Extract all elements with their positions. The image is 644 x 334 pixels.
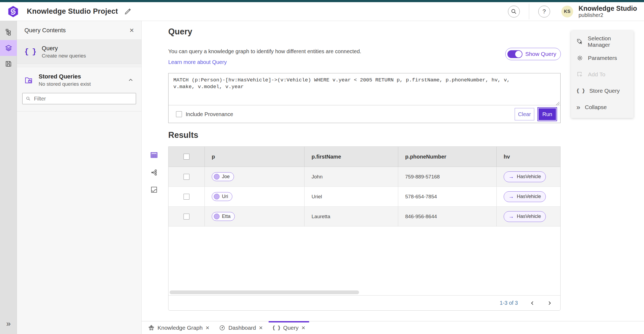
stored-queries-header[interactable]: Stored Queries No stored queries exist bbox=[17, 67, 141, 91]
menu-item-store-query[interactable]: Store Query bbox=[571, 82, 634, 99]
panel-header: Query Contents bbox=[17, 21, 141, 40]
add-to-icon bbox=[576, 71, 583, 78]
relationship-pill-label: HasVehicle bbox=[517, 174, 541, 179]
search-icon bbox=[26, 96, 31, 101]
results-view-switcher bbox=[148, 149, 160, 196]
menu-item-label: Add To bbox=[588, 71, 605, 78]
menu-item-collapse[interactable]: Collapse bbox=[571, 99, 634, 115]
selection-manager-icon bbox=[576, 38, 583, 45]
query-tools-menu: Selection Manager Parameters Add To Stor… bbox=[571, 31, 634, 118]
header-divider bbox=[529, 4, 529, 19]
rail-item-saved[interactable] bbox=[0, 56, 17, 72]
double-chevron-right-icon bbox=[6, 319, 11, 328]
knowledge-graph-icon bbox=[148, 325, 155, 331]
table-footer: 1-3 of 3 bbox=[169, 295, 560, 310]
query-workspace: Query You can query a knowledge graph to… bbox=[142, 21, 644, 321]
menu-item-parameters[interactable]: Parameters bbox=[571, 50, 634, 66]
app-logo-icon[interactable] bbox=[7, 5, 19, 18]
close-tab-button[interactable] bbox=[206, 325, 209, 331]
entity-pill-label: Joe bbox=[222, 174, 230, 179]
close-tab-button[interactable] bbox=[259, 325, 263, 331]
arrow-right-icon bbox=[508, 174, 514, 180]
run-button[interactable]: Run bbox=[538, 108, 557, 121]
user-block[interactable]: Knowledge Studio publisher2 bbox=[579, 5, 637, 18]
tab-label: Knowledge Graph bbox=[158, 325, 203, 331]
map-view-button[interactable] bbox=[148, 184, 160, 196]
rail-item-data-model[interactable] bbox=[0, 24, 17, 40]
close-panel-button[interactable] bbox=[130, 27, 134, 34]
top-accent-strip bbox=[0, 0, 644, 2]
relationship-pill-label: HasVehicle bbox=[517, 214, 541, 219]
relationship-pill[interactable]: HasVehicle bbox=[504, 171, 546, 182]
expand-rail-button[interactable] bbox=[0, 315, 17, 331]
node-icon bbox=[214, 194, 219, 199]
toggle-knob bbox=[515, 51, 522, 58]
resize-handle[interactable] bbox=[556, 102, 559, 105]
map-icon bbox=[150, 186, 158, 193]
section-divider bbox=[17, 64, 141, 67]
tab-knowledge-graph[interactable]: Knowledge Graph bbox=[143, 321, 214, 334]
braces-icon bbox=[272, 325, 280, 331]
menu-item-selection-manager[interactable]: Selection Manager bbox=[571, 33, 634, 50]
header-actions: KS Knowledge Studio publisher2 bbox=[508, 4, 637, 19]
chevron-right-icon bbox=[547, 300, 552, 306]
avatar[interactable]: KS bbox=[561, 6, 573, 17]
column-header-p[interactable]: p bbox=[204, 147, 304, 167]
column-header-firstname[interactable]: p.firstName bbox=[304, 147, 398, 167]
clear-button[interactable]: Clear bbox=[515, 108, 535, 120]
show-query-toggle[interactable]: Show Query bbox=[505, 48, 561, 60]
tab-dashboard[interactable]: Dashboard bbox=[214, 321, 268, 334]
panel-title: Query Contents bbox=[24, 27, 66, 34]
help-button[interactable] bbox=[538, 6, 550, 17]
relationship-pill-label: HasVehicle bbox=[517, 194, 541, 199]
node-icon bbox=[214, 214, 219, 219]
relationship-pill[interactable]: HasVehicle bbox=[504, 191, 546, 202]
row-checkbox[interactable] bbox=[184, 194, 189, 200]
node-icon bbox=[214, 174, 219, 179]
search-icon bbox=[511, 8, 517, 15]
pagination-range: 1-3 of 3 bbox=[500, 300, 518, 306]
edit-title-button[interactable] bbox=[124, 8, 132, 16]
user-name: publisher2 bbox=[579, 12, 637, 18]
query-textarea[interactable]: MATCH (p:Person)-[hv:HasVehicle]->(v:Veh… bbox=[169, 73, 560, 105]
relationship-pill[interactable]: HasVehicle bbox=[504, 211, 546, 222]
query-item-description: Create new queries bbox=[42, 53, 86, 59]
select-all-checkbox[interactable] bbox=[184, 154, 189, 160]
query-editor-panel: MATCH (p:Person)-[hv:HasVehicle]->(v:Veh… bbox=[168, 73, 561, 123]
graph-view-button[interactable] bbox=[148, 166, 160, 179]
table-view-button[interactable] bbox=[148, 149, 160, 161]
row-checkbox[interactable] bbox=[184, 174, 189, 180]
show-query-label: Show Query bbox=[525, 51, 556, 57]
entity-pill[interactable]: Joe bbox=[212, 172, 234, 181]
folder-icon bbox=[24, 76, 33, 84]
project-title: Knowledge Studio Project bbox=[27, 7, 118, 16]
tab-label: Query bbox=[283, 325, 298, 331]
filter-input[interactable] bbox=[34, 96, 133, 102]
rail-item-layers[interactable] bbox=[0, 40, 17, 56]
entity-pill-label: Uri bbox=[222, 194, 228, 199]
learn-more-link[interactable]: Learn more about Query bbox=[168, 59, 227, 65]
chevron-left-icon bbox=[530, 300, 535, 306]
column-header-hv[interactable]: hv bbox=[496, 147, 560, 167]
include-provenance-checkbox[interactable] bbox=[176, 111, 182, 117]
dashboard-icon bbox=[219, 325, 225, 331]
column-header-phonenumber[interactable]: p.phoneNumber bbox=[398, 147, 496, 167]
next-page-button[interactable] bbox=[547, 300, 552, 306]
close-tab-button[interactable] bbox=[301, 325, 305, 331]
entity-pill[interactable]: Etta bbox=[212, 212, 235, 221]
sidebar-item-query[interactable]: Query Create new queries bbox=[17, 40, 141, 64]
arrow-right-icon bbox=[508, 214, 514, 220]
arrow-right-icon bbox=[508, 194, 514, 200]
tab-label: Dashboard bbox=[228, 325, 256, 331]
row-checkbox[interactable] bbox=[184, 214, 189, 220]
tab-query[interactable]: Query bbox=[268, 321, 310, 334]
horizontal-scrollbar-thumb[interactable] bbox=[170, 290, 359, 294]
cell-firstname: John bbox=[304, 167, 398, 186]
stored-queries-section: Stored Queries No stored queries exist bbox=[17, 67, 141, 112]
entity-pill[interactable]: Uri bbox=[212, 192, 232, 201]
braces-icon bbox=[24, 48, 36, 56]
menu-item-label: Collapse bbox=[585, 104, 607, 110]
previous-page-button[interactable] bbox=[530, 300, 535, 306]
menu-item-label: Store Query bbox=[589, 88, 620, 94]
search-button[interactable] bbox=[508, 6, 520, 17]
